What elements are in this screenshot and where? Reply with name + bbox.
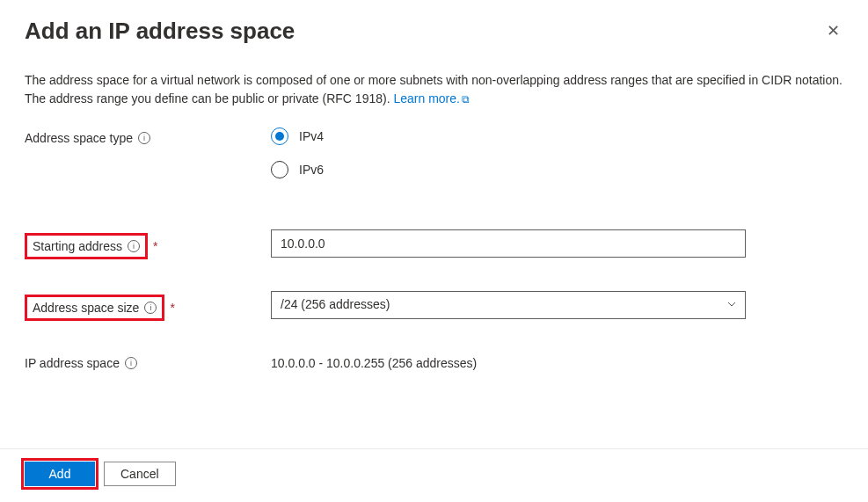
close-icon[interactable]: ✕ [823,18,843,44]
radio-circle-icon [271,127,288,145]
radio-ipv6-label: IPv6 [299,163,324,177]
starting-address-label: Starting address [33,239,122,253]
required-marker: * [153,239,157,253]
info-icon[interactable]: i [128,240,140,252]
highlight-marker: Address space size i [25,295,164,321]
address-space-size-label: Address space size [33,301,139,315]
add-button[interactable]: Add [25,462,95,486]
address-space-type-radio-group: IPv4 IPv6 [271,127,746,178]
ip-address-space-value: 10.0.0.0 - 10.0.0.255 (256 addresses) [271,353,746,370]
address-space-type-label: Address space type [25,131,133,145]
starting-address-input[interactable] [271,229,746,258]
required-marker: * [170,301,174,315]
select-value: /24 (256 addresses) [271,291,746,319]
ip-address-space-label: IP address space [25,356,120,370]
radio-ipv4-label: IPv4 [299,129,324,143]
learn-more-link[interactable]: Learn more.⧉ [393,91,469,105]
info-icon[interactable]: i [125,357,137,369]
external-link-icon: ⧉ [462,91,470,107]
info-icon[interactable]: i [138,132,150,144]
description-block: The address space for a virtual network … [0,45,868,108]
cancel-button[interactable]: Cancel [104,462,176,486]
info-icon[interactable]: i [144,302,157,314]
address-space-size-select[interactable]: /24 (256 addresses) [271,291,746,319]
radio-ipv6[interactable]: IPv6 [271,161,746,178]
highlight-marker: Starting address i [25,233,148,259]
page-title: Add an IP address space [25,18,295,45]
radio-ipv4[interactable]: IPv4 [271,127,746,145]
radio-circle-icon [271,161,288,178]
divider [0,448,868,449]
